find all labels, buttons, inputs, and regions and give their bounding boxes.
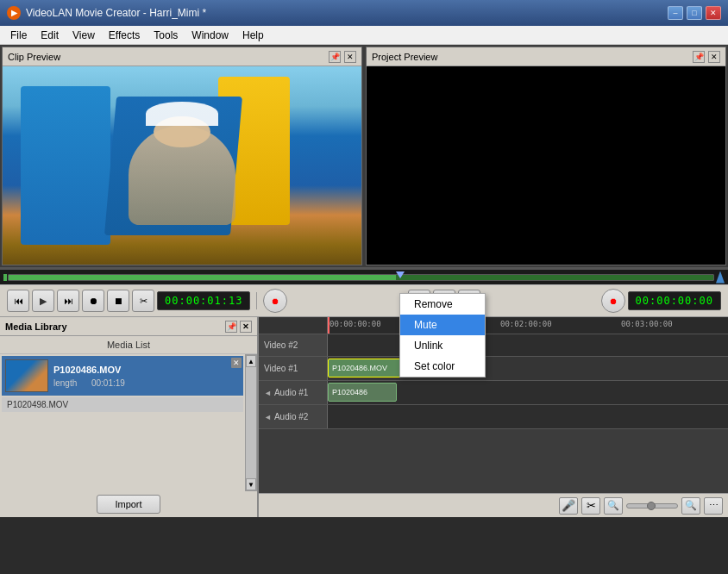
transport-area: ⏮ ▶ ⏭ ⏺ ⏹ ✂ 00:00:01:13 ⏺ ⏮ ▶ ⏭ ⏺ 00:00:… [0, 284, 728, 317]
window-controls: – □ ✕ [668, 6, 721, 20]
project-preview-panel: Project Preview 📌 ✕ [366, 47, 726, 265]
bottom-area: Media Library 📌 ✕ Media List P1020486.MO… [0, 317, 728, 517]
media-filename-1: P1020486.MOV [53, 365, 240, 375]
track-video2: Video #2 [259, 334, 728, 357]
seek-playhead [396, 271, 405, 278]
track-content-audio1[interactable]: P1020486 [328, 381, 728, 404]
title-bar: ▶ VideoLAN Movie Creator - Harri_Mimi * … [0, 0, 728, 26]
maximize-button[interactable]: □ [687, 6, 702, 20]
media-item-1[interactable]: P1020486.MOV length 00:01:19 ✕ [2, 356, 243, 396]
ctx-set-color[interactable]: Set color [400, 356, 485, 377]
menu-bar: File Edit View Effects Tools Window Help [0, 26, 728, 45]
cut-button[interactable]: ✂ [132, 290, 154, 312]
media-scroll: ▲ ▼ [245, 354, 257, 491]
media-library-pin[interactable]: 📌 [225, 321, 237, 333]
close-button[interactable]: ✕ [706, 6, 721, 20]
proj-record-button[interactable]: ⏺ [601, 289, 625, 313]
track-label-audio1: ◄ Audio #1 [259, 381, 328, 404]
media-item-2[interactable]: P1020498.MOV [2, 397, 243, 412]
seek-bar[interactable] [0, 269, 728, 284]
clip-preview-panel: Clip Preview 📌 ✕ [2, 47, 362, 265]
audio1-expand[interactable]: ◄ [264, 389, 272, 397]
window-title: VideoLAN Movie Creator - Harri_Mimi * [26, 7, 668, 19]
scroll-up-btn[interactable]: ▲ [246, 355, 256, 367]
zoom-slider-thumb[interactable] [647, 502, 656, 510]
media-library-title: Media Library [5, 321, 67, 332]
media-list-label: Media List [0, 336, 257, 354]
track-video1: Video #1 P1020486.MOV [259, 357, 728, 381]
zoom-out-button[interactable]: 🔍 [604, 497, 623, 515]
skip-back-button[interactable]: ⏮ [7, 290, 29, 312]
media-list: P1020486.MOV length 00:01:19 ✕ P1020498.… [0, 354, 245, 491]
media-library-controls: 📌 ✕ [225, 321, 252, 333]
track-audio2: ◄ Audio #2 [259, 405, 728, 429]
stop-button[interactable]: ⏹ [107, 290, 129, 312]
menu-file[interactable]: File [3, 28, 34, 43]
menu-edit[interactable]: Edit [34, 28, 66, 43]
track-content-video1[interactable]: P1020486.MOV [328, 357, 728, 380]
timeline-ruler: 00:00:00:00 00:01: 00:02:00:00 00:03:00:… [259, 317, 728, 334]
clip-preview-header: Clip Preview 📌 ✕ [3, 47, 361, 66]
minimize-button[interactable]: – [668, 6, 683, 20]
project-preview-content [367, 66, 725, 265]
audio2-expand[interactable]: ◄ [264, 413, 272, 421]
clip-audio-p1020486[interactable]: P1020486 [328, 383, 397, 402]
menu-effects[interactable]: Effects [102, 28, 147, 43]
ruler-ticks: 00:00:00:00 00:01: 00:02:00:00 00:03:00:… [328, 317, 728, 334]
project-preview-controls: 📌 ✕ [693, 51, 720, 63]
zoom-in-button[interactable]: 🔍 [681, 497, 700, 515]
record-button-right[interactable]: ⏺ [263, 289, 287, 313]
seek-bar-track[interactable] [8, 274, 714, 281]
media-filename-2: P1020498.MOV [7, 400, 68, 409]
project-preview-close[interactable]: ✕ [708, 51, 720, 63]
media-item-close-1[interactable]: ✕ [231, 358, 242, 368]
project-timecode: 00:00:00:00 [628, 291, 721, 310]
menu-view[interactable]: View [66, 28, 102, 43]
clip-preview-controls: 📌 ✕ [329, 51, 356, 63]
scissors-button[interactable]: ✂ [581, 497, 600, 515]
project-preview-header: Project Preview 📌 ✕ [367, 47, 725, 66]
play-button-left[interactable]: ▶ [32, 290, 54, 312]
clip-preview-close[interactable]: ✕ [344, 51, 356, 63]
media-length-label-1: length [53, 378, 77, 388]
track-label-video2: Video #2 [259, 334, 328, 356]
ruler-mark-0: 00:00:00:00 [329, 320, 381, 328]
media-length-value-1: 00:01:19 [91, 378, 125, 388]
ctx-mute[interactable]: Mute [400, 315, 485, 335]
track-label-audio2: ◄ Audio #2 [259, 405, 328, 428]
import-button[interactable]: Import [97, 495, 160, 514]
track-content-video2[interactable] [328, 334, 728, 356]
ctx-unlink[interactable]: Unlink [400, 335, 485, 356]
timeline-playhead [328, 317, 329, 334]
ruler-mark-2: 00:02:00:00 [500, 320, 552, 328]
menu-tools[interactable]: Tools [147, 28, 185, 43]
track-audio1: ◄ Audio #1 P1020486 [259, 381, 728, 405]
mic-button[interactable]: 🎤 [559, 497, 578, 515]
timeline-area: 00:00:00:00 00:01: 00:02:00:00 00:03:00:… [259, 317, 728, 517]
app-icon: ▶ [7, 6, 21, 20]
skip-forward-button[interactable]: ⏭ [57, 290, 79, 312]
track-content-audio2[interactable] [328, 405, 728, 428]
scroll-track[interactable] [246, 367, 256, 478]
clip-preview-pin[interactable]: 📌 [329, 51, 341, 63]
ctx-remove[interactable]: Remove [400, 294, 485, 315]
media-list-container: P1020486.MOV length 00:01:19 ✕ P1020498.… [0, 354, 257, 491]
timeline-spacer [259, 429, 728, 493]
zoom-slider[interactable] [626, 503, 678, 508]
more-button[interactable]: ⋯ [704, 497, 723, 515]
scroll-down-btn[interactable]: ▼ [246, 478, 256, 490]
record-button[interactable]: ⏺ [82, 290, 104, 312]
main-area: Clip Preview 📌 ✕ Project Previe [0, 45, 728, 269]
media-thumb-1 [5, 359, 48, 392]
menu-window[interactable]: Window [185, 28, 235, 43]
seek-end-marker [716, 271, 725, 284]
media-library: Media Library 📌 ✕ Media List P1020486.MO… [0, 317, 259, 517]
clip-timecode: 00:00:01:13 [157, 291, 250, 310]
project-preview-title: Project Preview [372, 52, 437, 62]
menu-help[interactable]: Help [235, 28, 271, 43]
ruler-mark-3: 00:03:00:00 [621, 320, 673, 328]
timeline-bottom: 🎤 ✂ 🔍 🔍 ⋯ [259, 493, 728, 517]
media-library-close[interactable]: ✕ [240, 321, 252, 333]
project-preview-pin[interactable]: 📌 [693, 51, 705, 63]
track-label-video1: Video #1 [259, 357, 328, 380]
